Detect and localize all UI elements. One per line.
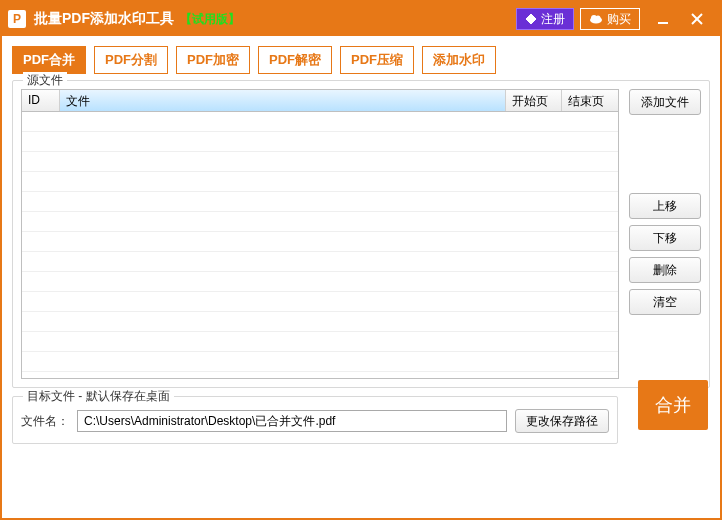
col-id[interactable]: ID (22, 90, 60, 111)
close-icon (691, 13, 703, 25)
trial-tag: 【试用版】 (180, 11, 240, 28)
svg-rect-4 (658, 22, 668, 24)
table-row[interactable] (22, 192, 618, 212)
table-row[interactable] (22, 212, 618, 232)
table-row[interactable] (22, 112, 618, 132)
tab-add-watermark[interactable]: 添加水印 (422, 46, 496, 74)
tab-pdf-encrypt[interactable]: PDF加密 (176, 46, 250, 74)
title-bar: P 批量PDF添加水印工具 【试用版】 注册 购买 (2, 2, 720, 36)
table-row[interactable] (22, 132, 618, 152)
change-path-button[interactable]: 更改保存路径 (515, 409, 609, 433)
merge-button[interactable]: 合并 (638, 380, 708, 430)
table-row[interactable] (22, 292, 618, 312)
move-down-button[interactable]: 下移 (629, 225, 701, 251)
side-button-panel: 添加文件 上移 下移 删除 清空 (629, 89, 701, 379)
col-end[interactable]: 结束页 (562, 90, 618, 111)
filename-label: 文件名： (21, 413, 69, 430)
svg-marker-0 (526, 14, 536, 24)
window-title: 批量PDF添加水印工具 (34, 10, 174, 28)
svg-point-3 (596, 16, 601, 21)
buy-button[interactable]: 购买 (580, 8, 640, 30)
minimize-button[interactable] (646, 2, 680, 36)
table-row[interactable] (22, 312, 618, 332)
tab-pdf-decrypt[interactable]: PDF解密 (258, 46, 332, 74)
col-file[interactable]: 文件 (60, 90, 506, 111)
app-window: P 批量PDF添加水印工具 【试用版】 注册 购买 PDF合并 PDF分割 PD… (0, 0, 722, 520)
table-row[interactable] (22, 272, 618, 292)
delete-button[interactable]: 删除 (629, 257, 701, 283)
register-label: 注册 (541, 11, 565, 28)
source-files-group: 源文件 ID 文件 开始页 结束页 (12, 80, 710, 388)
table-row[interactable] (22, 152, 618, 172)
move-up-button[interactable]: 上移 (629, 193, 701, 219)
cloud-icon (589, 14, 603, 24)
col-start[interactable]: 开始页 (506, 90, 562, 111)
table-row[interactable] (22, 252, 618, 272)
add-file-button[interactable]: 添加文件 (629, 89, 701, 115)
source-file-table[interactable]: ID 文件 开始页 结束页 (21, 89, 619, 379)
tab-pdf-merge[interactable]: PDF合并 (12, 46, 86, 74)
table-row[interactable] (22, 172, 618, 192)
table-body (22, 112, 618, 378)
tab-bar: PDF合并 PDF分割 PDF加密 PDF解密 PDF压缩 添加水印 (2, 36, 720, 80)
close-button[interactable] (680, 2, 714, 36)
app-icon: P (8, 10, 26, 28)
table-row[interactable] (22, 352, 618, 372)
register-button[interactable]: 注册 (516, 8, 574, 30)
minimize-icon (657, 13, 669, 25)
target-group-label: 目标文件 - 默认保存在桌面 (23, 388, 174, 405)
table-row[interactable] (22, 232, 618, 252)
filename-input[interactable] (77, 410, 507, 432)
table-row[interactable] (22, 332, 618, 352)
tab-pdf-split[interactable]: PDF分割 (94, 46, 168, 74)
tab-pdf-compress[interactable]: PDF压缩 (340, 46, 414, 74)
source-group-label: 源文件 (23, 72, 67, 89)
buy-label: 购买 (607, 11, 631, 28)
target-file-group: 目标文件 - 默认保存在桌面 文件名： 更改保存路径 (12, 396, 618, 444)
diamond-icon (525, 13, 537, 25)
clear-button[interactable]: 清空 (629, 289, 701, 315)
bottom-area: 目标文件 - 默认保存在桌面 文件名： 更改保存路径 合并 (2, 396, 720, 444)
table-header: ID 文件 开始页 结束页 (22, 90, 618, 112)
